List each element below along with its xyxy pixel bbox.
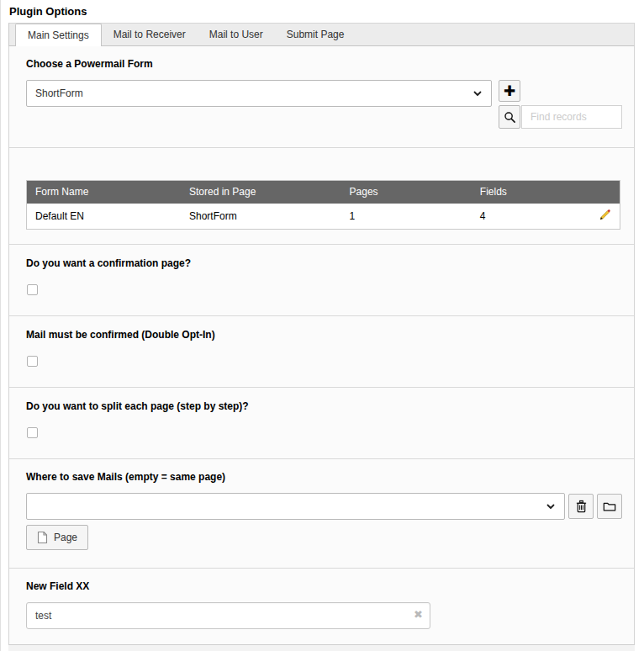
document-icon — [37, 531, 48, 544]
split-pages-label: Do you want to split each page (step by … — [26, 400, 622, 412]
add-record-button[interactable]: ✚ — [499, 80, 520, 102]
header-stored-in-page: Stored in Page — [181, 181, 341, 204]
clear-input-icon[interactable]: ✖ — [414, 609, 423, 620]
header-fields: Fields — [472, 181, 590, 204]
header-pages: Pages — [341, 181, 472, 204]
folder-icon — [603, 500, 616, 512]
cell-stored-in-page: ShortForm — [181, 204, 341, 230]
trash-icon — [575, 500, 588, 513]
edit-pencil-icon — [599, 209, 611, 221]
remove-page-button[interactable] — [568, 494, 594, 519]
chevron-down-icon — [546, 501, 556, 511]
tab-label: Mail to Receiver — [113, 29, 186, 40]
selected-form-value: ShortForm — [35, 87, 83, 99]
section-double-opt-in: Mail must be confirmed (Double Opt-In) — [9, 315, 634, 387]
tab-label: Submit Page — [287, 29, 345, 40]
section-new-field: New Field XX ✖ — [9, 568, 634, 644]
choose-form-label: Choose a Powermail Form — [26, 58, 622, 70]
split-pages-checkbox[interactable] — [27, 427, 38, 438]
table-header-row: Form Name Stored in Page Pages Fields — [27, 181, 620, 204]
next-section-edge — [8, 644, 635, 651]
table-row: Default EN ShortForm 1 4 — [27, 204, 620, 230]
cell-fields: 4 — [472, 204, 590, 230]
section-save-mails: Where to save Mails (empty = same page) — [9, 458, 634, 568]
tab-submit-page[interactable]: Submit Page — [275, 24, 356, 45]
double-opt-in-checkbox[interactable] — [27, 356, 38, 367]
cell-form-name: Default EN — [27, 204, 182, 230]
cell-pages: 1 — [341, 204, 472, 230]
page-button[interactable]: Page — [26, 525, 88, 550]
section-forms-table: Form Name Stored in Page Pages Fields De… — [9, 147, 634, 244]
tab-mail-to-receiver[interactable]: Mail to Receiver — [102, 24, 198, 45]
section-confirmation-page: Do you want a confirmation page? — [9, 244, 634, 315]
new-field-label: New Field XX — [26, 580, 622, 592]
section-choose-form: Choose a Powermail Form ShortForm ✚ — [9, 46, 634, 147]
forms-table: Form Name Stored in Page Pages Fields De… — [26, 180, 620, 230]
tab-mail-to-user[interactable]: Mail to User — [198, 24, 275, 45]
page-button-label: Page — [54, 532, 77, 543]
confirmation-page-label: Do you want a confirmation page? — [26, 257, 622, 269]
search-icon — [504, 111, 516, 124]
plus-icon: ✚ — [504, 82, 515, 100]
confirmation-page-checkbox[interactable] — [27, 284, 38, 295]
page-title: Plugin Options — [1, 0, 644, 23]
search-button[interactable] — [499, 105, 520, 129]
section-split-pages: Do you want to split each page (step by … — [9, 387, 634, 458]
tab-label: Mail to User — [209, 29, 263, 40]
double-opt-in-label: Mail must be confirmed (Double Opt-In) — [26, 329, 622, 341]
save-mails-select[interactable] — [26, 493, 565, 520]
find-records-input[interactable] — [521, 105, 622, 129]
edit-form-button[interactable] — [599, 209, 611, 221]
tab-main-settings[interactable]: Main Settings — [15, 24, 102, 46]
plugin-options-panel: Main Settings Mail to Receiver Mail to U… — [8, 23, 635, 644]
new-field-input[interactable] — [26, 602, 430, 629]
powermail-form-select[interactable]: ShortForm — [26, 80, 492, 107]
header-form-name: Form Name — [27, 181, 182, 204]
browse-records-button[interactable] — [597, 494, 622, 519]
header-actions — [590, 181, 620, 204]
tab-label: Main Settings — [28, 29, 89, 41]
tab-bar: Main Settings Mail to Receiver Mail to U… — [8, 23, 635, 46]
save-mails-label: Where to save Mails (empty = same page) — [26, 471, 622, 483]
chevron-down-icon — [472, 88, 483, 98]
